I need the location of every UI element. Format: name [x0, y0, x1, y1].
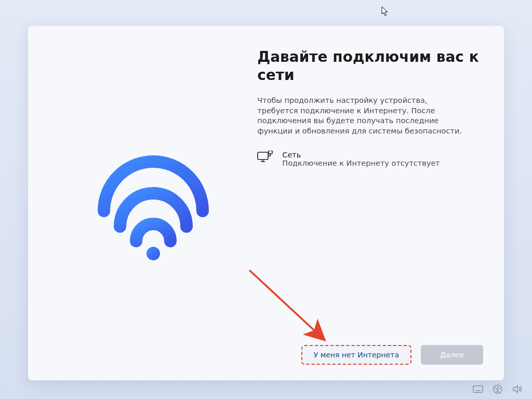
- accessibility-icon[interactable]: [493, 384, 503, 394]
- network-status: Подключение к Интернету отсутствует: [282, 159, 440, 167]
- svg-rect-8: [473, 386, 483, 393]
- svg-point-16: [497, 387, 499, 388]
- network-label: Сеть: [282, 151, 440, 159]
- volume-icon[interactable]: [512, 384, 523, 394]
- page-subtitle: Чтобы продолжить настройку устройства, т…: [257, 96, 470, 136]
- content-pane: Давайте подключим вас к сети Чтобы продо…: [257, 47, 483, 365]
- illustration-pane: [49, 47, 257, 365]
- footer-actions: У меня нет Интернета Далее: [257, 345, 483, 365]
- keyboard-icon[interactable]: [473, 384, 483, 394]
- system-tray: [473, 384, 523, 394]
- svg-rect-1: [258, 152, 268, 159]
- wifi-icon: [96, 149, 210, 263]
- no-internet-button[interactable]: У меня нет Интернета: [301, 345, 411, 365]
- cursor-default-icon: [381, 6, 389, 17]
- page-title: Давайте подключим вас к сети: [257, 48, 483, 84]
- network-status-block: Сеть Подключение к Интернету отсутствует: [257, 151, 483, 167]
- monitor-ethernet-icon: [257, 151, 273, 163]
- oobe-card: Давайте подключим вас к сети Чтобы продо…: [28, 26, 504, 380]
- next-button[interactable]: Далее: [421, 345, 483, 365]
- svg-point-0: [147, 247, 160, 260]
- svg-rect-4: [269, 151, 272, 154]
